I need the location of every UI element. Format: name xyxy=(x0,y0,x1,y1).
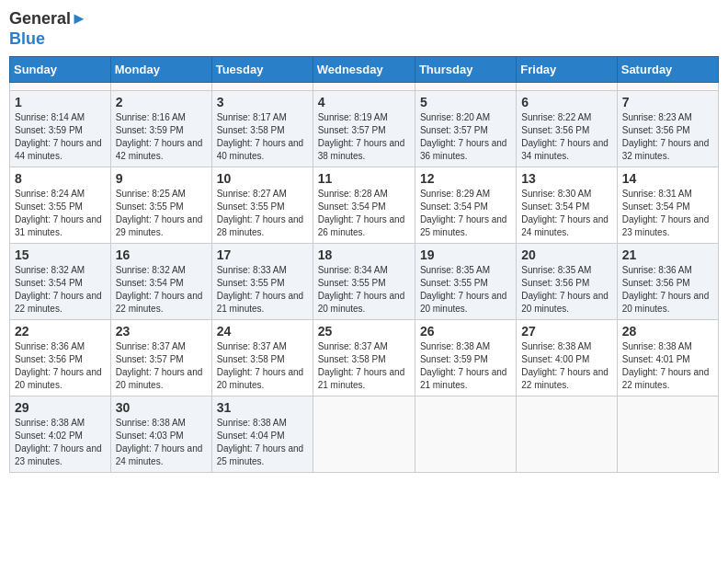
day-number: 13 xyxy=(521,171,611,186)
day-number: 22 xyxy=(15,324,106,339)
day-cell xyxy=(415,396,516,473)
day-cell: 8Sunrise: 8:24 AMSunset: 3:55 PMDaylight… xyxy=(10,167,111,244)
day-cell: 1Sunrise: 8:14 AMSunset: 3:59 PMDaylight… xyxy=(10,91,111,167)
day-info: Sunrise: 8:38 AMSunset: 4:01 PMDaylight:… xyxy=(622,340,713,392)
day-cell xyxy=(313,396,415,473)
day-info: Sunrise: 8:38 AMSunset: 4:03 PMDaylight:… xyxy=(116,417,207,468)
day-info: Sunrise: 8:27 AMSunset: 3:55 PMDaylight:… xyxy=(217,188,308,239)
day-cell xyxy=(415,83,516,91)
day-info: Sunrise: 8:34 AMSunset: 3:55 PMDaylight:… xyxy=(318,264,410,316)
day-info: Sunrise: 8:38 AMSunset: 4:00 PMDaylight:… xyxy=(521,340,611,392)
day-info: Sunrise: 8:29 AMSunset: 3:54 PMDaylight:… xyxy=(420,188,511,239)
day-info: Sunrise: 8:38 AMSunset: 3:59 PMDaylight:… xyxy=(420,340,511,392)
day-cell xyxy=(313,83,415,91)
day-cell: 2Sunrise: 8:16 AMSunset: 3:59 PMDaylight… xyxy=(110,91,211,167)
calendar-header-row: SundayMondayTuesdayWednesdayThursdayFrid… xyxy=(10,57,719,83)
week-row-2: 8Sunrise: 8:24 AMSunset: 3:55 PMDaylight… xyxy=(10,167,719,244)
day-info: Sunrise: 8:25 AMSunset: 3:55 PMDaylight:… xyxy=(116,188,207,239)
header-tuesday: Tuesday xyxy=(211,57,313,83)
week-row-1: 1Sunrise: 8:14 AMSunset: 3:59 PMDaylight… xyxy=(10,91,719,167)
day-info: Sunrise: 8:22 AMSunset: 3:56 PMDaylight:… xyxy=(521,111,611,163)
day-cell: 26Sunrise: 8:38 AMSunset: 3:59 PMDayligh… xyxy=(415,320,516,396)
day-number: 19 xyxy=(420,247,511,262)
day-cell: 31Sunrise: 8:38 AMSunset: 4:04 PMDayligh… xyxy=(211,396,313,473)
day-number: 24 xyxy=(217,324,308,339)
logo: General► Blue xyxy=(9,9,87,49)
day-number: 1 xyxy=(15,95,106,109)
day-info: Sunrise: 8:19 AMSunset: 3:57 PMDaylight:… xyxy=(318,111,410,163)
day-cell: 6Sunrise: 8:22 AMSunset: 3:56 PMDaylight… xyxy=(517,91,617,167)
day-cell xyxy=(617,83,718,91)
day-cell: 25Sunrise: 8:37 AMSunset: 3:58 PMDayligh… xyxy=(313,320,415,396)
day-cell: 17Sunrise: 8:33 AMSunset: 3:55 PMDayligh… xyxy=(211,244,313,320)
day-info: Sunrise: 8:20 AMSunset: 3:57 PMDaylight:… xyxy=(420,111,511,163)
header-thursday: Thursday xyxy=(415,57,516,83)
day-number: 6 xyxy=(521,95,611,109)
day-info: Sunrise: 8:32 AMSunset: 3:54 PMDaylight:… xyxy=(15,264,106,316)
page-header: General► Blue xyxy=(9,9,719,49)
day-number: 10 xyxy=(217,171,308,186)
day-cell: 14Sunrise: 8:31 AMSunset: 3:54 PMDayligh… xyxy=(617,167,718,244)
day-info: Sunrise: 8:31 AMSunset: 3:54 PMDaylight:… xyxy=(622,188,713,239)
header-monday: Monday xyxy=(110,57,211,83)
week-row-4: 22Sunrise: 8:36 AMSunset: 3:56 PMDayligh… xyxy=(10,320,719,396)
day-number: 12 xyxy=(420,171,511,186)
day-info: Sunrise: 8:38 AMSunset: 4:04 PMDaylight:… xyxy=(217,417,308,468)
header-friday: Friday xyxy=(517,57,617,83)
day-cell: 10Sunrise: 8:27 AMSunset: 3:55 PMDayligh… xyxy=(211,167,313,244)
day-number: 27 xyxy=(521,324,611,339)
day-info: Sunrise: 8:37 AMSunset: 3:58 PMDaylight:… xyxy=(217,340,308,392)
day-number: 23 xyxy=(116,324,207,339)
header-sunday: Sunday xyxy=(10,57,111,83)
day-info: Sunrise: 8:28 AMSunset: 3:54 PMDaylight:… xyxy=(318,188,410,239)
day-number: 2 xyxy=(116,95,207,109)
day-info: Sunrise: 8:37 AMSunset: 3:58 PMDaylight:… xyxy=(318,340,410,392)
day-cell: 18Sunrise: 8:34 AMSunset: 3:55 PMDayligh… xyxy=(313,244,415,320)
day-number: 25 xyxy=(318,324,410,339)
day-cell: 24Sunrise: 8:37 AMSunset: 3:58 PMDayligh… xyxy=(211,320,313,396)
day-cell: 22Sunrise: 8:36 AMSunset: 3:56 PMDayligh… xyxy=(10,320,111,396)
day-info: Sunrise: 8:36 AMSunset: 3:56 PMDaylight:… xyxy=(622,264,713,316)
day-number: 26 xyxy=(420,324,511,339)
day-cell: 29Sunrise: 8:38 AMSunset: 4:02 PMDayligh… xyxy=(10,396,111,473)
day-number: 17 xyxy=(217,247,308,262)
day-cell: 23Sunrise: 8:37 AMSunset: 3:57 PMDayligh… xyxy=(110,320,211,396)
day-info: Sunrise: 8:14 AMSunset: 3:59 PMDaylight:… xyxy=(15,111,106,163)
day-cell: 7Sunrise: 8:23 AMSunset: 3:56 PMDaylight… xyxy=(617,91,718,167)
day-cell xyxy=(110,83,211,91)
day-number: 20 xyxy=(521,247,611,262)
day-number: 31 xyxy=(217,400,308,415)
day-cell: 30Sunrise: 8:38 AMSunset: 4:03 PMDayligh… xyxy=(110,396,211,473)
day-cell: 19Sunrise: 8:35 AMSunset: 3:55 PMDayligh… xyxy=(415,244,516,320)
day-cell: 20Sunrise: 8:35 AMSunset: 3:56 PMDayligh… xyxy=(517,244,617,320)
day-cell: 3Sunrise: 8:17 AMSunset: 3:58 PMDaylight… xyxy=(211,91,313,167)
day-cell: 27Sunrise: 8:38 AMSunset: 4:00 PMDayligh… xyxy=(517,320,617,396)
day-info: Sunrise: 8:17 AMSunset: 3:58 PMDaylight:… xyxy=(217,111,308,163)
day-number: 16 xyxy=(116,247,207,262)
day-cell: 11Sunrise: 8:28 AMSunset: 3:54 PMDayligh… xyxy=(313,167,415,244)
day-number: 21 xyxy=(622,247,713,262)
logo-text: General► Blue xyxy=(9,9,87,49)
logo-graphic: General► Blue xyxy=(9,9,87,49)
day-info: Sunrise: 8:30 AMSunset: 3:54 PMDaylight:… xyxy=(521,188,611,239)
day-number: 4 xyxy=(318,95,410,109)
day-number: 18 xyxy=(318,247,410,262)
day-cell: 5Sunrise: 8:20 AMSunset: 3:57 PMDaylight… xyxy=(415,91,516,167)
day-info: Sunrise: 8:36 AMSunset: 3:56 PMDaylight:… xyxy=(15,340,106,392)
day-number: 3 xyxy=(217,95,308,109)
day-info: Sunrise: 8:35 AMSunset: 3:55 PMDaylight:… xyxy=(420,264,511,316)
day-info: Sunrise: 8:35 AMSunset: 3:56 PMDaylight:… xyxy=(521,264,611,316)
week-row-5: 29Sunrise: 8:38 AMSunset: 4:02 PMDayligh… xyxy=(10,396,719,473)
day-number: 5 xyxy=(420,95,511,109)
day-cell: 13Sunrise: 8:30 AMSunset: 3:54 PMDayligh… xyxy=(517,167,617,244)
day-number: 29 xyxy=(15,400,106,415)
week-row-0 xyxy=(10,83,719,91)
day-number: 30 xyxy=(116,400,207,415)
day-cell: 28Sunrise: 8:38 AMSunset: 4:01 PMDayligh… xyxy=(617,320,718,396)
day-number: 11 xyxy=(318,171,410,186)
day-number: 7 xyxy=(622,95,713,109)
day-number: 8 xyxy=(15,171,106,186)
day-cell xyxy=(10,83,111,91)
day-info: Sunrise: 8:23 AMSunset: 3:56 PMDaylight:… xyxy=(622,111,713,163)
day-number: 9 xyxy=(116,171,207,186)
